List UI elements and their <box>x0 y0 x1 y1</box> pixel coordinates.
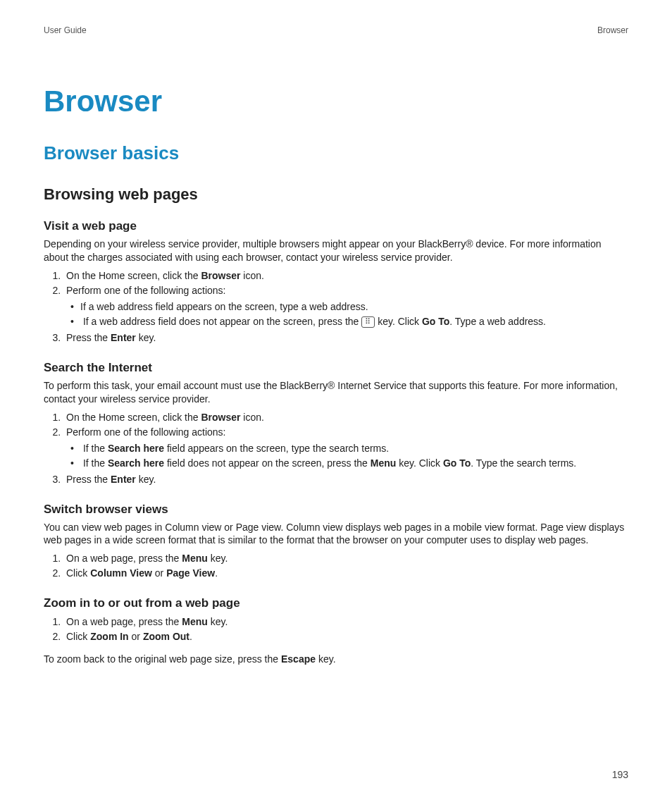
page-subtitle: Browser basics <box>44 142 628 164</box>
text: Click <box>66 567 90 579</box>
bold-text: Enter <box>111 332 136 343</box>
list-item: If the Search here field appears on the … <box>80 441 628 456</box>
list-item: Click Column View or Page View. <box>63 566 628 581</box>
text: key. Click <box>375 316 422 327</box>
text: On a web page, press the <box>66 616 182 627</box>
text: Perform one of the following actions: <box>66 426 225 438</box>
zoom-steps: On a web page, press the Menu key. Click… <box>44 615 628 644</box>
text: key. <box>208 616 228 627</box>
bold-text: Search here <box>108 457 164 469</box>
text: key. <box>316 653 336 665</box>
list-item: Click Zoom In or Zoom Out. <box>63 629 628 644</box>
visit-intro: Depending on your wireless service provi… <box>44 238 628 264</box>
text: Click <box>66 631 90 642</box>
zoom-outro: To zoom back to the original web page si… <box>44 653 628 666</box>
visit-heading: Visit a web page <box>44 219 628 233</box>
text: key. Click <box>396 457 443 469</box>
text: . Type the search terms. <box>471 457 576 469</box>
list-item: Perform one of the following actions: If… <box>63 283 628 329</box>
bold-text: Escape <box>281 653 316 665</box>
switch-heading: Switch browser views <box>44 503 628 517</box>
bold-text: Browser <box>201 412 240 423</box>
text: If a web address field does not appear o… <box>83 316 361 327</box>
text: key. <box>136 332 156 343</box>
bold-text: Menu <box>182 553 208 564</box>
text: or <box>152 567 166 579</box>
list-item: If a web address field does not appear o… <box>80 314 628 329</box>
search-intro: To perform this task, your email account… <box>44 379 628 406</box>
search-bullets: If the Search here field appears on the … <box>66 441 628 471</box>
bold-text: Go To <box>422 316 449 327</box>
switch-block: Switch browser views You can view web pa… <box>44 503 628 581</box>
text: . Type a web address. <box>449 316 546 327</box>
text: On the Home screen, click the <box>66 412 201 423</box>
bold-text: Page View <box>166 567 215 579</box>
text: icon. <box>240 412 263 423</box>
bold-text: Go To <box>443 457 471 469</box>
text: key. <box>208 553 228 564</box>
list-item: Press the Enter key. <box>63 331 628 345</box>
list-item: On the Home screen, click the Browser ic… <box>63 410 628 425</box>
bold-text: Zoom Out <box>143 631 189 642</box>
search-steps: On the Home screen, click the Browser ic… <box>44 410 628 487</box>
list-item: If the Search here field does not appear… <box>80 456 628 471</box>
search-heading: Search the Internet <box>44 361 628 375</box>
text: field does not appear on the screen, pre… <box>164 457 371 469</box>
text: icon. <box>240 270 263 281</box>
text: . <box>189 631 192 642</box>
list-item: On a web page, press the Menu key. <box>63 615 628 629</box>
list-item: Press the Enter key. <box>63 472 628 487</box>
switch-steps: On a web page, press the Menu key. Click… <box>44 551 628 581</box>
bold-text: Column View <box>90 567 152 579</box>
zoom-block: Zoom in to or out from a web page On a w… <box>44 596 628 666</box>
text: Perform one of the following actions: <box>66 285 225 296</box>
text: On a web page, press the <box>66 553 182 564</box>
visit-block: Visit a web page Depending on your wirel… <box>44 219 628 345</box>
visit-bullets: If a web address field appears on the sc… <box>66 300 628 329</box>
bold-text: Browser <box>201 270 240 281</box>
text: On the Home screen, click the <box>66 270 201 281</box>
zoom-heading: Zoom in to or out from a web page <box>44 596 628 610</box>
bold-text: Menu <box>371 457 397 469</box>
bold-text: Enter <box>111 474 136 485</box>
search-block: Search the Internet To perform this task… <box>44 361 628 487</box>
document-page: User Guide Browser Browser Browser basic… <box>0 0 672 807</box>
list-item: If a web address field appears on the sc… <box>80 300 628 314</box>
text: or <box>129 631 143 642</box>
text: Press the <box>66 332 111 343</box>
header-right: Browser <box>597 25 628 35</box>
list-item: On the Home screen, click the Browser ic… <box>63 269 628 283</box>
page-number: 193 <box>612 769 628 780</box>
list-item: On a web page, press the Menu key. <box>63 551 628 566</box>
text: . <box>215 567 218 579</box>
bold-text: Search here <box>108 443 164 454</box>
page-header: User Guide Browser <box>44 25 628 35</box>
section-heading: Browsing web pages <box>44 185 628 204</box>
text: Press the <box>66 474 111 485</box>
text: key. <box>136 474 156 485</box>
menu-key-icon: ⠿ <box>361 316 375 328</box>
page-title: Browser <box>44 85 628 118</box>
bold-text: Zoom In <box>90 631 128 642</box>
switch-intro: You can view web pages in Column view or… <box>44 521 628 548</box>
header-left: User Guide <box>44 25 87 35</box>
text: If the <box>83 443 108 454</box>
text: field appears on the screen, type the se… <box>164 443 389 454</box>
text: If the <box>83 457 108 469</box>
visit-steps: On the Home screen, click the Browser ic… <box>44 269 628 345</box>
text: To zoom back to the original web page si… <box>44 653 281 665</box>
list-item: Perform one of the following actions: If… <box>63 425 628 471</box>
bold-text: Menu <box>182 616 208 627</box>
